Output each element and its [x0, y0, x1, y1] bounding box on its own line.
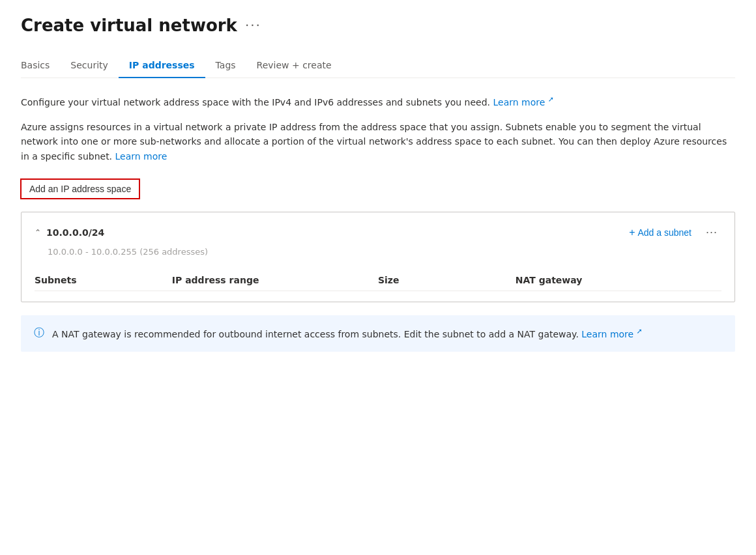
col-subnets: Subnets — [35, 270, 172, 291]
add-subnet-button[interactable]: + Add a subnet — [624, 224, 697, 241]
col-nat-gateway: NAT gateway — [516, 270, 721, 291]
plus-icon: + — [629, 227, 635, 238]
ip-space-cidr: 10.0.0.0/24 — [46, 227, 104, 238]
description-1-text: Configure your virtual network address s… — [21, 97, 490, 107]
tab-tags[interactable]: Tags — [205, 53, 246, 78]
col-ip-address-range: IP address range — [172, 270, 378, 291]
learn-more-link-1[interactable]: Learn more ➚ — [493, 97, 555, 107]
info-icon: ⓘ — [34, 326, 44, 340]
description-1: Configure your virtual network address s… — [21, 94, 735, 109]
ip-space-card: ⌃ 10.0.0.0/24 + Add a subnet ··· 10.0.0.… — [21, 212, 735, 302]
tab-navigation: Basics Security IP addresses Tags Review… — [21, 53, 735, 78]
ip-space-actions: + Add a subnet ··· — [624, 223, 721, 242]
tab-ip-addresses[interactable]: IP addresses — [119, 53, 205, 78]
page-title: Create virtual network — [21, 16, 237, 35]
ip-space-more-button[interactable]: ··· — [702, 223, 721, 242]
tab-review-create[interactable]: Review + create — [246, 53, 342, 78]
page-title-row: Create virtual network ··· — [21, 16, 735, 35]
info-banner-text: A NAT gateway is recommended for outboun… — [52, 326, 643, 341]
info-banner: ⓘ A NAT gateway is recommended for outbo… — [21, 315, 735, 352]
description-2: Azure assigns resources in a virtual net… — [21, 120, 735, 164]
page-more-icon[interactable]: ··· — [245, 18, 261, 33]
ip-space-header: ⌃ 10.0.0.0/24 + Add a subnet ··· — [35, 223, 721, 242]
col-size: Size — [378, 270, 516, 291]
tab-basics[interactable]: Basics — [21, 53, 60, 78]
add-ip-address-space-button[interactable]: Add an IP address space — [21, 179, 139, 199]
subnet-table-header-row: Subnets IP address range Size NAT gatewa… — [35, 270, 721, 291]
add-subnet-label: Add a subnet — [637, 227, 691, 238]
learn-more-link-2[interactable]: Learn more — [115, 151, 167, 162]
info-learn-more-link[interactable]: Learn more ➚ — [581, 329, 643, 339]
tab-security[interactable]: Security — [60, 53, 119, 78]
subnet-table: Subnets IP address range Size NAT gatewa… — [35, 270, 721, 291]
external-link-icon-1: ➚ — [548, 95, 554, 104]
ip-space-title-row: ⌃ 10.0.0.0/24 — [35, 227, 104, 238]
ip-range-text: 10.0.0.0 - 10.0.0.255 (256 addresses) — [48, 247, 721, 257]
chevron-up-icon[interactable]: ⌃ — [35, 228, 41, 237]
external-link-icon-2: ➚ — [637, 327, 643, 335]
